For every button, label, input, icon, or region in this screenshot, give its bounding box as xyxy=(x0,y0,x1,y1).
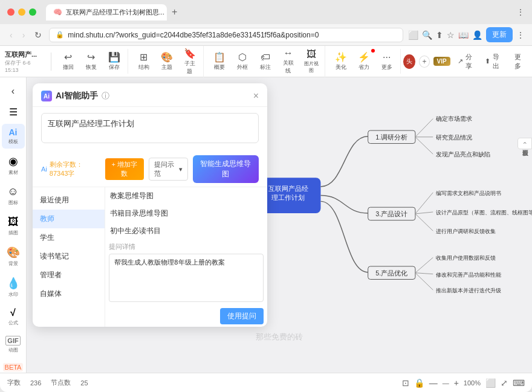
toolbar-beautify-group: ✨ 美化 ⚡ 省力 ··· 更多 xyxy=(328,49,401,74)
ai-template-item-3[interactable]: 初中生必读书目 xyxy=(105,222,267,240)
sidebar-item-formula[interactable]: √ 公式 xyxy=(2,304,25,330)
zoom-out-button[interactable]: — xyxy=(429,378,438,388)
save-button[interactable]: 💾 保存 xyxy=(103,49,125,74)
sidebar-item-gif[interactable]: GIF 动图 xyxy=(2,332,25,357)
browser-more-icon[interactable]: ⋮ xyxy=(516,30,525,40)
beautify-icon: ✨ xyxy=(335,51,347,63)
ai-close-button[interactable]: × xyxy=(253,91,259,101)
gif-icon: GIF xyxy=(5,336,20,345)
settings-panel-toggle[interactable]: ‹ 设置面板 xyxy=(517,138,532,149)
sidebar-item-template[interactable]: Ai 模板 xyxy=(2,124,25,149)
child-theme-button[interactable]: 🔖 子主题 xyxy=(179,46,201,78)
img-view-button[interactable]: 🖼 图片视图 xyxy=(300,47,322,76)
b1c1-text: 确定市场需求 xyxy=(435,115,472,122)
word-count-value: 236 xyxy=(30,379,41,387)
ai-template-item-2[interactable]: 书籍目录思维导图 xyxy=(105,205,267,222)
ai-prompt-textarea[interactable]: 帮我生成人教版物理8年级上册的教案 xyxy=(109,254,264,302)
b3c2-text: 修改和完善产品功能和性能 xyxy=(436,272,501,278)
relation-button[interactable]: ↔ 关联线 xyxy=(277,46,299,77)
sidebar-hamburger[interactable]: ☰ xyxy=(2,103,25,121)
fullscreen-button[interactable]: ⬜ xyxy=(485,378,496,388)
b2c1-text: 编写需求文档和产品说明书 xyxy=(436,190,501,196)
prompt-select-dropdown[interactable]: 提问示范 ▾ xyxy=(149,158,188,181)
b1c3-text: 发现产品亮点和缺陷 xyxy=(436,151,490,158)
tab-bar: 🧠 互联网产品经理工作计划树图思... × + xyxy=(46,4,511,21)
theme-icon: 🎨 xyxy=(161,51,173,63)
zoom-separator: — xyxy=(443,379,449,387)
sidebar-label-template: 模板 xyxy=(8,138,18,145)
user-avatar[interactable]: 头 xyxy=(403,54,415,69)
relation-icon: ↔ xyxy=(284,48,293,59)
sidebar-item-material[interactable]: ◉ 素材 xyxy=(2,151,25,179)
category-media[interactable]: 自媒体 xyxy=(33,284,105,303)
sidebar-item-watermark[interactable]: 💧 水印 xyxy=(2,273,25,301)
node-count-value: 25 xyxy=(80,379,88,387)
category-recent[interactable]: 最近使用 xyxy=(33,191,105,210)
sidebar-item-icon[interactable]: ☺ 图标 xyxy=(2,182,25,210)
share-button[interactable]: ↗ 分享 xyxy=(454,50,478,73)
ai-input-field[interactable]: 互联网产品经理工作计划 xyxy=(41,113,259,143)
ai-tokens-display: Ai 剩余字数：87343字 xyxy=(41,160,100,178)
ai-tokens-icon: Ai xyxy=(41,165,47,173)
sidebar-toggle[interactable]: ‹ xyxy=(2,82,25,100)
ai-template-item-1[interactable]: 教案思维导图 xyxy=(105,187,267,205)
zoom-percent: 100% xyxy=(464,379,481,387)
window-more-button[interactable]: ⋮ xyxy=(516,7,525,17)
profile-icon[interactable]: 👤 xyxy=(472,30,482,40)
branch1-line xyxy=(320,137,368,187)
icon-icon: ☺ xyxy=(7,185,18,198)
outer-button[interactable]: ⬡ 外框 xyxy=(232,49,253,74)
reading-icon[interactable]: 📖 xyxy=(458,30,469,40)
bookmark-icon[interactable]: ☆ xyxy=(447,30,455,40)
back-button[interactable]: ‹ xyxy=(7,29,15,41)
redo-button[interactable]: ↪ 恢复 xyxy=(80,49,102,74)
fit-view-button[interactable]: ⊡ xyxy=(402,378,409,388)
outline-button[interactable]: 📋 概要 xyxy=(209,49,230,74)
vip-badge[interactable]: VIP xyxy=(433,57,450,66)
url-text: mind.shutu.cn/?works_guid=c2044dbe35fef3… xyxy=(68,31,319,39)
add-user-button[interactable]: + xyxy=(419,56,429,68)
forward-button[interactable]: › xyxy=(20,29,28,41)
lock-view-button[interactable]: 🔒 xyxy=(414,378,424,388)
category-manager[interactable]: 管理者 xyxy=(33,266,105,284)
sidebar-item-beta[interactable]: BETA xyxy=(2,359,25,373)
share-icon[interactable]: ⬆ xyxy=(436,30,443,40)
mark-button[interactable]: 🏷 标注 xyxy=(255,50,276,74)
export-button[interactable]: ⬆ 导出 xyxy=(481,50,505,73)
more-icon: ··· xyxy=(383,52,391,63)
minimize-button[interactable] xyxy=(18,8,25,16)
cast-icon[interactable]: ⬜ xyxy=(408,30,418,40)
expand-button[interactable]: ⤢ xyxy=(501,378,508,388)
sidebar-item-illustration[interactable]: 🖼 插图 xyxy=(2,212,25,240)
keyboard-button[interactable]: ⌨ xyxy=(513,378,525,388)
category-student[interactable]: 学生 xyxy=(33,228,105,247)
update-button[interactable]: 更新 xyxy=(486,27,513,42)
more-button[interactable]: ··· 更多 xyxy=(376,50,398,74)
sidebar-item-background[interactable]: 🎨 背景 xyxy=(2,242,25,271)
structure-button[interactable]: ⊞ 结构 xyxy=(133,49,155,74)
generate-button[interactable]: 智能生成思维导图 xyxy=(193,155,259,183)
close-button[interactable] xyxy=(7,8,15,16)
canvas-area[interactable]: 互联网产品经 理工作计划 1.调研分析 确定市场需求 研究竞品情况 发现产品亮点… xyxy=(27,77,532,373)
zoom-in-button[interactable]: + xyxy=(454,378,459,388)
maximize-button[interactable] xyxy=(29,8,36,16)
category-teacher[interactable]: 教师 xyxy=(33,210,105,228)
undo-button[interactable]: ↩ 撤回 xyxy=(57,49,79,74)
beautify-button[interactable]: ✨ 美化 xyxy=(330,49,352,74)
app-name: 互联网产... xyxy=(5,50,42,59)
new-tab-button[interactable]: + xyxy=(169,7,180,18)
category-reading[interactable]: 读书笔记 xyxy=(33,247,105,266)
traffic-lights xyxy=(7,8,36,16)
theme-button[interactable]: 🎨 主题 xyxy=(156,49,178,74)
url-bar[interactable]: 🔒 mind.shutu.cn/?works_guid=c2044dbe35fe… xyxy=(49,28,403,42)
search-icon[interactable]: 🔍 xyxy=(422,30,432,40)
extra-button[interactable]: ⚡ 省力 xyxy=(353,49,375,74)
active-tab[interactable]: 🧠 互联网产品经理工作计划树图思... × xyxy=(46,4,167,21)
ai-panel-header: Ai AI智能助手 ⓘ × xyxy=(33,83,267,107)
more2-button[interactable]: 更多 xyxy=(508,50,527,73)
add-tokens-button[interactable]: + 增加字数 xyxy=(105,158,144,180)
left-sidebar: ‹ ☰ Ai 模板 ◉ 素材 ☺ 图标 🖼 xyxy=(0,77,27,373)
ai-info-icon[interactable]: ⓘ xyxy=(102,91,109,101)
refresh-button[interactable]: ↻ xyxy=(32,29,44,41)
use-prompt-button[interactable]: 使用提问 xyxy=(220,308,264,324)
